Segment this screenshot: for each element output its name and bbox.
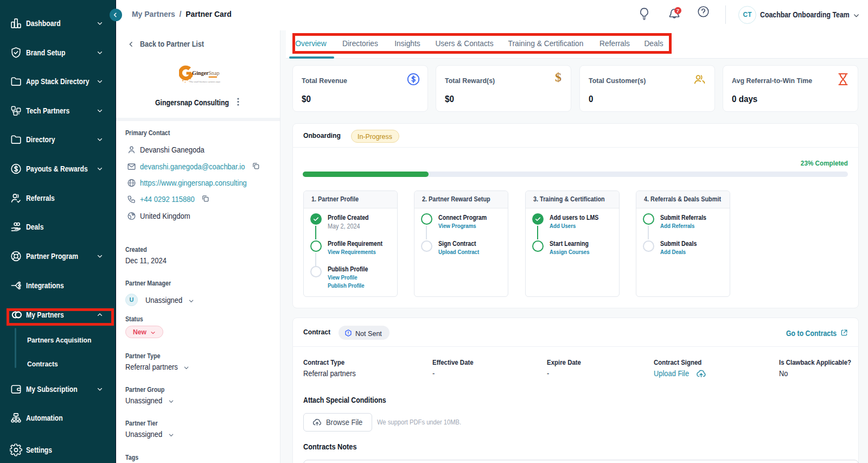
svg-text:Ginger: Ginger xyxy=(192,70,209,76)
svg-text:Snap: Snap xyxy=(208,70,219,76)
svg-text:The small business systems exp: The small business systems expert xyxy=(189,80,220,83)
